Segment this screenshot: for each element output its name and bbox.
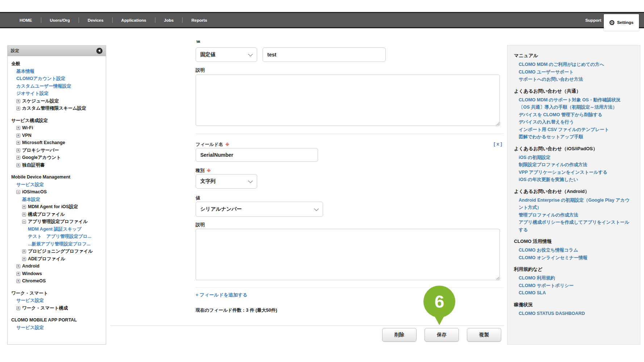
nav-item-users-org[interactable]: Users/Org [41, 18, 79, 22]
sidebar-item-label[interactable]: 独自証明書 [22, 163, 45, 168]
sidebar-item[interactable]: +プロビジョニングプロファイル [11, 248, 102, 255]
help-link[interactable]: CLOMO サポートポリシー [514, 282, 633, 290]
expand-icon[interactable]: + [16, 148, 20, 152]
sidebar-item-label[interactable]: Wi-Fi [22, 125, 33, 130]
sidebar-item[interactable]: −アプリ管理設定プロファイル [11, 218, 102, 226]
help-link[interactable]: 管理プロファイルの作成方法 [514, 211, 633, 219]
help-link[interactable]: インポート用 CSV ファイルのテンプレート [514, 126, 633, 134]
sidebar-item-label[interactable]: MDM Agent for iOS設定 [28, 204, 78, 209]
help-link[interactable]: CLOMO ユーザーサポート [514, 68, 633, 76]
sidebar-item-label[interactable]: VPN [22, 133, 32, 138]
nav-item-devices[interactable]: Devices [79, 18, 112, 22]
sidebar-item[interactable]: サービス設定 [11, 324, 102, 332]
sidebar-item-label[interactable]: サービス設定 [16, 325, 44, 330]
expand-icon[interactable]: + [22, 257, 26, 261]
sidebar-item[interactable]: +Wi-Fi [11, 124, 102, 132]
help-link[interactable]: 〔OS 共通〕導入の手順（初期設定～活用方法） [514, 104, 633, 111]
sidebar-item[interactable]: +MDM Agent for iOS設定 [11, 203, 102, 211]
sidebar-item-label[interactable]: カスタムユーザー情報設定 [16, 84, 71, 89]
help-link[interactable]: 制限設定プロファイルの作成方法 [514, 161, 633, 169]
sidebar-item[interactable]: +ワーク・スマート構成 [11, 304, 102, 312]
sidebar-item[interactable]: +VPN [11, 132, 102, 139]
help-link[interactable]: iOS の年次更新を実施したい [514, 176, 633, 184]
help-link[interactable]: iOS の初期設定 [514, 154, 633, 161]
collapse-icon[interactable]: − [22, 220, 26, 224]
sidebar-item-label[interactable]: Android [22, 264, 39, 269]
sidebar-item[interactable]: +カスタム管理権限スキーム設定 [11, 105, 102, 112]
help-link[interactable]: VPP アプリケーションをインストールする [514, 169, 633, 176]
sidebar-item-label[interactable]: テスト アプリ管理設定プロ... [28, 234, 91, 239]
sidebar-item-label[interactable]: ...新規アプリ管理設定プロフ... [28, 241, 91, 247]
sidebar-item[interactable]: +Microsoft Exchange [11, 139, 102, 147]
collapse-sidebar-icon[interactable] [96, 48, 103, 54]
nav-tab-settings[interactable]: Settings [604, 14, 639, 31]
expand-icon[interactable]: + [16, 306, 20, 310]
field-name-input[interactable] [196, 148, 318, 162]
help-link[interactable]: CLOMO MDM のご利用がはじめての方へ [514, 61, 633, 68]
sidebar-item-label[interactable]: CLOMOアカウント設定 [16, 76, 66, 81]
collapse-icon[interactable]: − [16, 190, 20, 194]
description-textarea-2[interactable] [196, 229, 500, 280]
expand-icon[interactable]: + [22, 249, 26, 253]
expand-icon[interactable]: + [16, 272, 20, 276]
sidebar-item-label[interactable]: サービス設定 [16, 298, 44, 303]
help-link[interactable]: CLOMO MDM のサポート対象 OS・動作確認状況 [514, 96, 633, 104]
help-link[interactable]: アプリ構成ポリシーを作成してアプリをインストールする [514, 219, 633, 233]
sidebar-item[interactable]: +プロキシサーバー [11, 147, 102, 154]
sidebar-item-label[interactable]: Googleアカウント [22, 155, 61, 160]
delete-button[interactable]: 削除 [382, 328, 417, 342]
sidebar-item[interactable]: カスタムユーザー情報設定 [11, 83, 102, 90]
sidebar-item[interactable]: サービス設定 [11, 181, 102, 189]
nav-item-applications[interactable]: Applications [113, 18, 155, 22]
sidebar-item[interactable]: +ChromeOS [11, 277, 102, 285]
sidebar-item[interactable]: +構成プロファイル [11, 211, 102, 218]
sidebar-item-label[interactable]: ワーク・スマート構成 [22, 306, 68, 311]
help-link[interactable]: Android Enterprise の初期設定（Google Play アカウ… [514, 197, 633, 211]
sidebar-item-label[interactable]: Microsoft Exchange [22, 140, 65, 145]
sidebar-item-label[interactable]: MDM Agent 認証スキップ [28, 227, 81, 232]
help-link[interactable]: CLOMO お役立ち情報コラム [514, 247, 633, 254]
help-link[interactable]: CLOMO 利用規約 [514, 274, 633, 282]
expand-icon[interactable]: + [22, 212, 26, 216]
fixed-value-input[interactable] [263, 47, 386, 62]
expand-icon[interactable]: + [16, 126, 20, 130]
help-link[interactable]: デバイスを CLOMO 管理下から削除する [514, 111, 633, 119]
expand-icon[interactable]: + [22, 205, 26, 209]
expand-icon[interactable]: + [16, 106, 20, 110]
sidebar-item-label[interactable]: カスタム管理権限スキーム設定 [22, 106, 86, 111]
sidebar-item-label[interactable]: アプリ管理設定プロファイル [28, 219, 88, 224]
sidebar-item-label[interactable]: サービス設定 [16, 182, 44, 187]
nav-item-home[interactable]: HOME [11, 18, 41, 22]
sidebar-item-label[interactable]: プロビジョニングプロファイル [28, 249, 93, 254]
sidebar-item[interactable]: サービス設定 [11, 297, 102, 304]
remove-field-button[interactable]: [ x ] [481, 141, 502, 147]
sidebar-item[interactable]: CLOMOアカウント設定 [11, 75, 102, 83]
expand-icon[interactable]: + [16, 264, 20, 268]
field-value-select[interactable]: シリアルナンバー [196, 202, 323, 217]
sidebar-item[interactable]: +ADEプロファイル [11, 255, 102, 263]
sidebar-item-label[interactable]: 基本設定 [22, 197, 40, 202]
help-link[interactable]: 図解でわかるセットアップ手順 [514, 133, 633, 141]
help-link[interactable]: CLOMO オンラインセミナー情報 [514, 254, 633, 262]
field-kind-select[interactable]: 文字列 [196, 174, 257, 189]
sidebar-item-label[interactable]: ADEプロファイル [28, 256, 65, 261]
sidebar-item[interactable]: MDM Agent 認証スキップ [11, 226, 102, 233]
description-textarea-1[interactable] [196, 75, 500, 126]
expand-icon[interactable]: + [16, 134, 20, 138]
sidebar-item[interactable]: 基本設定 [11, 196, 102, 203]
sidebar-item[interactable]: +独自証明書 [11, 161, 102, 169]
expand-icon[interactable]: + [16, 279, 20, 283]
expand-icon[interactable]: + [16, 99, 20, 103]
sidebar-item-label[interactable]: iOS/macOS [22, 189, 47, 194]
expand-icon[interactable]: + [16, 141, 20, 145]
sidebar-item[interactable]: +Android [11, 262, 102, 270]
expand-icon[interactable]: + [16, 163, 20, 167]
sidebar-item[interactable]: ...新規アプリ管理設定プロフ... [11, 240, 102, 248]
sidebar-item[interactable]: −iOS/macOS [11, 188, 102, 196]
sidebar-item[interactable]: 基本情報 [11, 68, 102, 75]
expand-icon[interactable]: + [16, 156, 20, 160]
value-type-select[interactable]: 固定値 [196, 47, 257, 62]
duplicate-button[interactable]: 複製 [467, 328, 501, 342]
sidebar-item-label[interactable]: 基本情報 [16, 69, 34, 74]
help-link[interactable]: サポートへのお問い合わせ方法 [514, 76, 633, 83]
